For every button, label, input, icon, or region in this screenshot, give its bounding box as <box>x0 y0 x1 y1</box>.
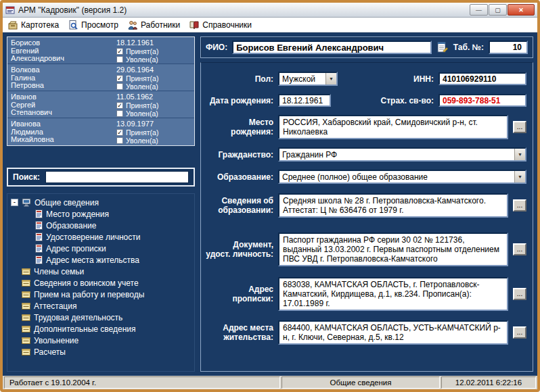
kartoteka-icon <box>7 20 18 30</box>
checkbox-icon: ✓ <box>116 129 123 136</box>
left-panel: БорисовЕвгенийАлександрович18.12.1961✓Пр… <box>7 36 195 372</box>
book-icon <box>22 278 30 287</box>
employee-row[interactable]: ИвановаЛюдмилаМихайловна13.09.1977✓Приня… <box>7 118 194 145</box>
menu-item-label: Просмотр <box>81 20 118 30</box>
status-working-since: Работает с 19.10.2004 г. <box>4 376 280 389</box>
tree-item[interactable]: Образование <box>9 220 193 231</box>
title-bar[interactable]: АРМ "Кадровик" (версия 1.2) — ▢ ✕ <box>3 3 537 18</box>
fired-checkbox[interactable]: Уволен(а) <box>116 137 191 145</box>
menu-item-spravochniki[interactable]: Справочники <box>186 19 258 31</box>
hired-checkbox[interactable]: ✓Принят(а) <box>116 128 191 137</box>
close-button[interactable]: ✕ <box>508 4 535 16</box>
tree-item-label: Адрес прописки <box>46 244 106 253</box>
insurance-input[interactable] <box>438 94 526 107</box>
menu-item-rabotniki[interactable]: Работники <box>125 19 186 31</box>
employee-row[interactable]: ИвановСергейСтепанович11.05.1962✓Принят(… <box>7 91 194 118</box>
tree-item[interactable]: Сведения о воинском учете <box>9 277 193 289</box>
gender-select[interactable]: Мужской ▼ <box>278 72 338 86</box>
menu-bar: КартотекаПросмотрРаботникиСправочники <box>3 18 537 32</box>
education-info-more-button[interactable]: ... <box>513 199 526 212</box>
search-input[interactable] <box>45 171 189 183</box>
tree-item-label: Общие сведения <box>35 198 99 207</box>
tree-item[interactable]: Дополнительные сведения <box>9 323 193 335</box>
id-document-more-button[interactable]: ... <box>513 243 526 255</box>
inn-input[interactable] <box>438 72 526 85</box>
fio-input[interactable] <box>232 41 432 54</box>
hired-checkbox[interactable]: ✓Принят(а) <box>116 74 191 82</box>
minimize-button[interactable]: — <box>470 4 488 16</box>
app-icon <box>5 5 15 15</box>
employee-birth-date: 11.05.1962 <box>116 93 191 101</box>
collapse-icon[interactable]: - <box>11 199 18 206</box>
citizenship-value: Гражданин РФ <box>282 150 514 160</box>
registration-address-more-button[interactable]: ... <box>513 288 526 300</box>
registration-address-text[interactable]: 683038, КАМЧАТСКАЯ ОБЛАСТЬ, г. Петропавл… <box>278 277 508 311</box>
birth-date-input[interactable] <box>278 94 331 107</box>
details-panel: ФИО: Таб. №: Пол: Мужской ▼ ИНН: <box>200 36 533 372</box>
fired-checkbox[interactable]: Уволен(а) <box>116 109 191 118</box>
employee-status: 11.05.1962✓Принят(а)Уволен(а) <box>116 93 191 116</box>
fired-label: Уволен(а) <box>126 137 158 145</box>
form-page-icon <box>35 232 43 241</box>
employee-birth-date: 18.12.1961 <box>116 39 191 47</box>
general-info-form: Пол: Мужской ▼ ИНН: Дата рождения: Страх… <box>200 62 533 372</box>
maximize-button[interactable]: ▢ <box>489 4 507 16</box>
tree-item[interactable]: Удостоверение личности <box>9 231 193 243</box>
book-icon <box>22 324 30 333</box>
citizenship-select[interactable]: Гражданин РФ ▼ <box>278 147 526 162</box>
living-address-text[interactable]: 684400, КАМЧАТСКАЯ ОБЛАСТЬ, УСТЬ-КАМЧАТС… <box>278 320 508 345</box>
inn-label: ИНН: <box>413 74 434 84</box>
status-datetime: 12.02.2011 6:22:16 <box>441 376 536 389</box>
book-icon <box>22 301 30 310</box>
living-address-more-button[interactable]: ... <box>513 326 526 339</box>
tree-item-label: Аттестация <box>34 301 76 311</box>
living-address-label: Адрес места жительства: <box>206 323 273 342</box>
tree-item[interactable]: Члены семьи <box>9 266 193 277</box>
dropdown-arrow-icon[interactable]: ▼ <box>514 171 525 182</box>
tree-item[interactable]: Аттестация <box>9 300 193 312</box>
status-current-section: Общие сведения <box>282 376 440 389</box>
tree-item-label: Место рождения <box>46 210 109 219</box>
navigation-tree: -Общие сведенияМесто рожденияОбразование… <box>7 193 195 372</box>
fired-checkbox[interactable]: Уволен(а) <box>116 55 191 64</box>
form-page-icon <box>35 210 43 218</box>
tree-item[interactable]: Адрес прописки <box>9 243 193 254</box>
tree-item[interactable]: Прием на работу и переводы <box>9 289 193 300</box>
app-window: АРМ "Кадровик" (версия 1.2) — ▢ ✕ Картот… <box>0 0 540 392</box>
menu-item-prosmotr[interactable]: Просмотр <box>65 19 125 31</box>
tree-item[interactable]: Увольнение <box>9 335 193 346</box>
hired-checkbox[interactable]: ✓Принят(а) <box>116 47 191 55</box>
tree-item[interactable]: Расчеты <box>9 346 193 358</box>
education-info-text[interactable]: Средняя школа № 28 г. Петропавловска-Кам… <box>278 193 508 218</box>
hired-checkbox[interactable]: ✓Принят(а) <box>116 101 191 109</box>
insurance-label: Страх. св-во: <box>381 96 434 105</box>
dropdown-arrow-icon[interactable]: ▼ <box>514 149 525 160</box>
employee-name: ВолковаГалинаПетровна <box>11 66 116 89</box>
tab-number-input[interactable] <box>489 41 528 54</box>
employee-row[interactable]: ВолковаГалинаПетровна29.06.1964✓Принят(а… <box>7 64 194 91</box>
fio-strip: ФИО: Таб. №: <box>200 36 533 58</box>
employee-list: БорисовЕвгенийАлександрович18.12.1961✓Пр… <box>7 36 195 146</box>
dropdown-arrow-icon[interactable]: ▼ <box>325 73 336 84</box>
edit-notepad-icon[interactable] <box>436 41 449 53</box>
tree-item[interactable]: Место рождения <box>9 208 193 220</box>
employee-row[interactable]: БорисовЕвгенийАлександрович18.12.1961✓Пр… <box>7 37 194 64</box>
checkbox-icon: ✓ <box>116 48 123 55</box>
status-bar: Работает с 19.10.2004 г. Общие сведения … <box>3 376 537 389</box>
gender-label: Пол: <box>206 74 273 84</box>
menu-item-label: Справочники <box>202 20 252 30</box>
id-document-text[interactable]: Паспорт гражданина РФ серии 30 02 № 1217… <box>278 232 508 266</box>
fired-checkbox[interactable]: Уволен(а) <box>116 82 191 91</box>
tree-item[interactable]: Трудовая деятельность <box>9 312 193 323</box>
menu-item-kartoteka[interactable]: Картотека <box>5 19 65 31</box>
main-content: БорисовЕвгенийАлександрович18.12.1961✓Пр… <box>3 32 537 376</box>
checkbox-icon <box>116 83 123 90</box>
tree-item[interactable]: Адрес места жительства <box>9 254 193 266</box>
spravochniki-icon <box>189 20 200 30</box>
birth-place-text[interactable]: РОССИЯ, Хабаровский край, Смидовичский р… <box>278 115 508 139</box>
education-select[interactable]: Среднее (полное) общее образование ▼ <box>278 170 526 184</box>
birth-place-more-button[interactable]: ... <box>513 121 526 133</box>
tree-item[interactable]: -Общие сведения <box>9 197 193 208</box>
fio-label: ФИО: <box>206 43 227 52</box>
tree-item-label: Увольнение <box>34 336 78 345</box>
